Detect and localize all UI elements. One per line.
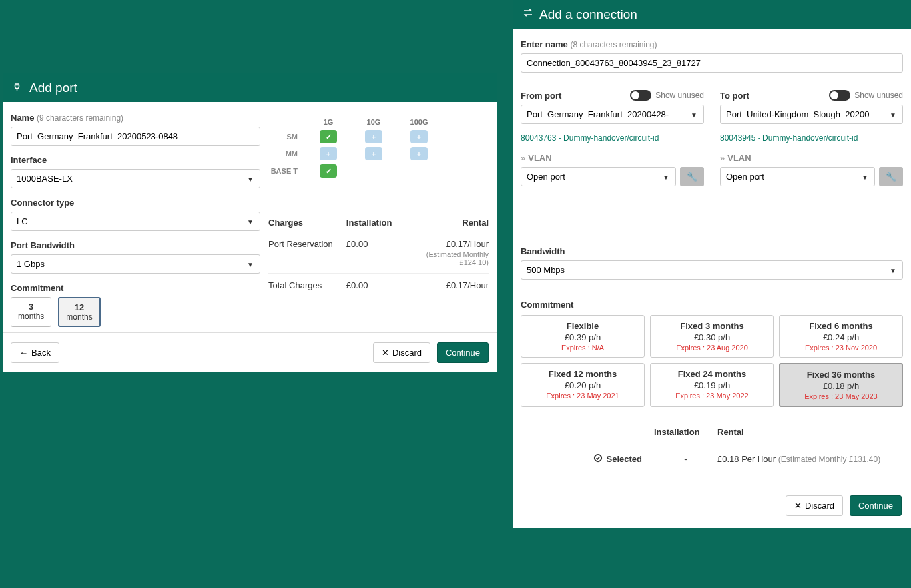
cell-mm-100g[interactable]: + bbox=[410, 147, 428, 160]
commit-3-months[interactable]: 3 months bbox=[11, 297, 51, 327]
wrench-icon: 🔧 bbox=[687, 172, 697, 182]
name-label: Name (9 characters remaining) bbox=[11, 113, 260, 123]
sel-head-install: Installation bbox=[654, 427, 717, 437]
charges-total-label: Total Charges bbox=[268, 280, 346, 290]
from-port-meta: 80043763 - Dummy-handover/circuit-id bbox=[521, 133, 704, 143]
plug-icon bbox=[12, 80, 24, 95]
charges-total-rental: £0.17/Hour bbox=[411, 280, 489, 290]
cell-baset-1g[interactable]: ✓ bbox=[320, 164, 337, 178]
grid-col-10g: 10G bbox=[356, 118, 391, 126]
port-speed-grid: 1G 10G 100G SM ✓ + + MM + + + BASE T ✓ bbox=[268, 118, 489, 178]
charges-total-install: £0.00 bbox=[346, 280, 411, 290]
from-vlan-config-button[interactable]: 🔧 bbox=[680, 167, 704, 186]
commit-12-months[interactable]: 12 months bbox=[58, 297, 100, 327]
conn-commit-label: Commitment bbox=[521, 300, 903, 310]
charges-r1-label: Port Reservation bbox=[268, 239, 346, 266]
charges-r1-rental: £0.17/Hour bbox=[411, 239, 489, 249]
close-icon: ✕ bbox=[382, 348, 389, 358]
conn-bandwidth-label: Bandwidth bbox=[521, 246, 903, 256]
name-input[interactable] bbox=[11, 127, 260, 146]
to-port-select[interactable]: Port_United-Kingdom_Slough_20200 bbox=[720, 105, 903, 124]
cell-sm-10g[interactable]: + bbox=[365, 130, 382, 143]
selected-rental-est: (Estimated Monthly £131.40) bbox=[778, 455, 880, 464]
continue-button-left[interactable]: Continue bbox=[437, 342, 489, 363]
port-bandwidth-label: Port Bandwidth bbox=[11, 240, 260, 250]
from-show-unused-label: Show unused bbox=[655, 91, 704, 100]
commitment-label: Commitment bbox=[11, 283, 260, 293]
add-port-header: Add port bbox=[3, 73, 497, 102]
add-connection-title: Add a connection bbox=[539, 7, 637, 22]
from-port-label: From port bbox=[521, 91, 561, 101]
conn-name-label: Enter name (8 characters remaining) bbox=[521, 39, 903, 49]
commit-fixed-24[interactable]: Fixed 24 months £0.19 p/h Expires : 23 M… bbox=[650, 363, 774, 407]
conn-name-input[interactable] bbox=[521, 53, 903, 73]
discard-button-left[interactable]: ✕ Discard bbox=[373, 342, 430, 363]
grid-row-baset: BASE T bbox=[268, 167, 300, 175]
grid-row-sm: SM bbox=[268, 133, 300, 141]
swap-icon bbox=[522, 7, 534, 22]
from-show-unused-toggle[interactable] bbox=[630, 90, 651, 101]
to-vlan-label: VLAN bbox=[720, 153, 903, 163]
commit-fixed-3[interactable]: Fixed 3 months £0.30 p/h Expires : 23 Au… bbox=[650, 315, 774, 358]
to-vlan-select[interactable]: Open port bbox=[720, 167, 875, 186]
add-connection-header: Add a connection bbox=[513, 0, 911, 29]
conn-name-hint: (8 characters remaining) bbox=[570, 40, 657, 49]
cell-mm-1g[interactable]: + bbox=[320, 147, 337, 160]
wrench-icon: 🔧 bbox=[886, 172, 896, 182]
selected-label: Selected bbox=[607, 454, 642, 464]
commit-fixed-12[interactable]: Fixed 12 months £0.20 p/h Expires : 23 M… bbox=[521, 363, 645, 407]
grid-row-mm: MM bbox=[268, 150, 300, 158]
check-circle-icon bbox=[593, 453, 603, 465]
connector-label: Connector type bbox=[11, 198, 260, 208]
cell-sm-100g[interactable]: + bbox=[410, 130, 428, 143]
close-icon: ✕ bbox=[794, 501, 802, 511]
commit-fixed-6[interactable]: Fixed 6 months £0.24 p/h Expires : 23 No… bbox=[779, 315, 903, 358]
back-button[interactable]: ← Back bbox=[11, 342, 59, 363]
grid-col-1g: 1G bbox=[311, 118, 346, 126]
port-bandwidth-select[interactable]: 1 Gbps bbox=[11, 254, 260, 274]
commit-fixed-36[interactable]: Fixed 36 months £0.18 p/h Expires : 23 M… bbox=[779, 363, 903, 407]
discard-button-right[interactable]: ✕ Discard bbox=[786, 495, 843, 516]
charges-h2: Installation bbox=[346, 218, 411, 228]
connector-select[interactable]: LC bbox=[11, 212, 260, 231]
from-port-select[interactable]: Port_Germany_Frankfurt_20200428- bbox=[521, 105, 704, 124]
conn-bandwidth-select[interactable]: 500 Mbps bbox=[521, 260, 903, 280]
arrow-left-icon: ← bbox=[19, 348, 28, 358]
selected-rental: £0.18 Per Hour bbox=[717, 454, 776, 464]
to-port-label: To port bbox=[720, 91, 749, 101]
cell-sm-1g[interactable]: ✓ bbox=[320, 130, 337, 143]
continue-button-right[interactable]: Continue bbox=[850, 495, 902, 516]
add-port-title: Add port bbox=[29, 81, 77, 95]
charges-h3: Rental bbox=[411, 218, 489, 228]
selected-install: - bbox=[654, 454, 717, 464]
add-port-panel: Add port Name (9 characters remaining) I… bbox=[3, 73, 497, 372]
add-connection-panel: Add a connection Enter name (8 character… bbox=[513, 0, 911, 528]
to-port-meta: 80043945 - Dummy-handover/circuit-id bbox=[720, 133, 903, 143]
charges-h1: Charges bbox=[268, 218, 346, 228]
name-hint: (9 characters remaining) bbox=[37, 113, 123, 123]
commit-flexible[interactable]: Flexible £0.39 p/h Expires : N/A bbox=[521, 315, 645, 358]
charges-r1-install: £0.00 bbox=[346, 239, 411, 266]
interface-select[interactable]: 1000BASE-LX bbox=[11, 169, 260, 188]
charges-r1-est: (Estimated Monthly £124.10) bbox=[411, 250, 489, 266]
interface-label: Interface bbox=[11, 155, 260, 165]
to-show-unused-toggle[interactable] bbox=[829, 90, 850, 101]
cell-mm-10g[interactable]: + bbox=[365, 147, 382, 160]
from-vlan-label: VLAN bbox=[521, 153, 704, 163]
grid-col-100g: 100G bbox=[402, 118, 436, 126]
from-vlan-select[interactable]: Open port bbox=[521, 167, 676, 186]
to-show-unused-label: Show unused bbox=[854, 91, 903, 100]
to-vlan-config-button[interactable]: 🔧 bbox=[879, 167, 903, 186]
sel-head-rental: Rental bbox=[717, 427, 903, 437]
